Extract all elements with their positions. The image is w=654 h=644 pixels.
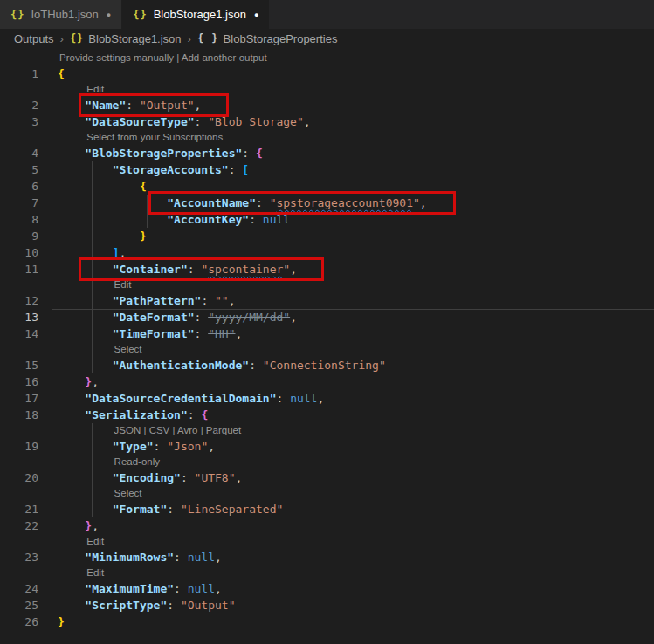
code-line-14[interactable]: 14 "TimeFormat": "HH",: [0, 325, 654, 342]
dirty-indicator-dot[interactable]: ●: [107, 10, 111, 19]
code-line-17[interactable]: 17 "DataSourceCredentialDomain": null,: [0, 390, 654, 407]
line-number: 7: [0, 195, 38, 211]
code-text: ],: [58, 244, 126, 261]
indent-guide: [92, 486, 93, 501]
line-number: 1: [0, 65, 38, 82]
breadcrumb-separator: ›: [60, 32, 64, 45]
indent-guide: [65, 455, 65, 469]
codelens-link[interactable]: JSON | CSV | Avro | Parquet: [114, 423, 242, 438]
code-line-13[interactable]: 13 "DateFormat": "yyyy/MM/dd",: [0, 309, 654, 325]
breadcrumb-separator: ›: [188, 32, 191, 45]
object-symbol-icon: { }: [197, 32, 219, 45]
code-text: "AuthenticationMode": "ConnectionString": [58, 357, 386, 373]
line-number: 21: [0, 501, 38, 517]
tab-iothub1-json[interactable]: {}IoTHub1.json●: [0, 0, 122, 29]
indent-guide: [65, 342, 65, 357]
code-line-6[interactable]: 6 {: [0, 178, 654, 195]
breadcrumb-item-blobstorage1.json[interactable]: {}BlobStorage1.json: [70, 32, 182, 45]
code-text: }: [58, 613, 65, 630]
codelens-link[interactable]: Edit: [86, 565, 104, 580]
indent-guide: [92, 277, 93, 292]
line-number: 17: [0, 390, 38, 407]
line-number: 10: [0, 244, 38, 261]
code-text: "Serialization": {: [58, 407, 208, 423]
codelens-link[interactable]: Read-only: [114, 455, 160, 469]
code-line-8[interactable]: 8 "AccountKey": null: [0, 211, 654, 228]
codelens-row: Read-only: [0, 455, 654, 469]
line-number: 18: [0, 407, 38, 423]
codelens-row: Edit: [0, 277, 654, 292]
codelens-row: Edit: [0, 565, 654, 580]
line-number: 15: [0, 357, 38, 373]
code-line-26[interactable]: 26}: [0, 613, 654, 630]
codelens-link[interactable]: Select from your Subscriptions: [86, 130, 223, 145]
tab-blobstorage1-json[interactable]: {}BlobStorage1.json●: [122, 0, 269, 29]
line-number: 20: [0, 469, 38, 486]
code-text: "Name": "Output",: [58, 97, 201, 113]
code-text: },: [58, 517, 99, 534]
line-number: 11: [0, 261, 38, 277]
code-line-1[interactable]: 1{: [0, 65, 654, 82]
line-number: 2: [0, 97, 38, 113]
indent-guide: [65, 534, 65, 549]
codelens-link[interactable]: Provide settings manually | Add another …: [59, 51, 267, 65]
code-line-11[interactable]: 11 "Container": "spcontainer",: [0, 261, 654, 277]
code-line-24[interactable]: 24 "MaximumTime": null,: [0, 580, 654, 597]
code-text: "AccountKey": null: [58, 211, 290, 228]
code-line-21[interactable]: 21 "Format": "LineSeparated": [0, 501, 654, 517]
codelens-row: Edit: [0, 82, 654, 97]
code-line-7[interactable]: 7 "AccountName": "spstorageaccount0901",: [0, 195, 654, 211]
codelens-link[interactable]: Select: [114, 342, 142, 357]
indent-guide: [65, 565, 65, 580]
line-number: 5: [0, 161, 38, 178]
breadcrumb-item-blobstorageproperties[interactable]: { }BlobStorageProperties: [197, 32, 338, 45]
codelens-row: Edit: [0, 534, 654, 549]
tab-label: BlobStorage1.json: [154, 8, 246, 21]
line-number: 23: [0, 549, 38, 565]
code-line-4[interactable]: 4 "BlobStorageProperties": {: [0, 145, 654, 161]
codelens-row: Select: [0, 486, 654, 501]
line-number: 22: [0, 517, 38, 534]
line-number: 9: [0, 228, 38, 244]
code-line-16[interactable]: 16 },: [0, 373, 654, 390]
spellcheck-squiggle-token: spstorageaccount0901: [276, 196, 413, 209]
indent-guide: [65, 130, 65, 145]
codelens-link[interactable]: Edit: [86, 534, 104, 549]
line-number: 12: [0, 292, 38, 309]
json-file-icon: {}: [10, 9, 24, 21]
codelens-row: JSON | CSV | Avro | Parquet: [0, 423, 654, 438]
code-text: "MaximumTime": null,: [58, 580, 222, 597]
code-text: {: [58, 65, 65, 82]
indent-guide: [65, 423, 65, 438]
code-line-2[interactable]: 2 "Name": "Output",: [0, 97, 654, 113]
code-text: "AccountName": "spstorageaccount0901",: [58, 195, 427, 211]
code-line-19[interactable]: 19 "Type": "Json",: [0, 438, 654, 455]
codelens-link[interactable]: Edit: [114, 277, 132, 292]
codelens-link[interactable]: Edit: [86, 82, 104, 97]
breadcrumb-item-outputs[interactable]: Outputs: [14, 32, 54, 45]
tab-label: IoTHub1.json: [31, 8, 98, 21]
code-line-12[interactable]: 12 "PathPattern": "",: [0, 292, 654, 309]
line-number: 24: [0, 580, 38, 597]
code-line-5[interactable]: 5 "StorageAccounts": [: [0, 161, 654, 178]
code-line-9[interactable]: 9 }: [0, 228, 654, 244]
line-number: 8: [0, 211, 38, 228]
code-line-15[interactable]: 15 "AuthenticationMode": "ConnectionStri…: [0, 357, 654, 373]
code-line-23[interactable]: 23 "MinimumRows": null,: [0, 549, 654, 565]
code-line-18[interactable]: 18 "Serialization": {: [0, 407, 654, 423]
code-text: "TimeFormat": "HH",: [58, 325, 242, 342]
code-text: }: [58, 228, 147, 244]
code-text: "StorageAccounts": [: [58, 161, 249, 178]
code-line-22[interactable]: 22 },: [0, 517, 654, 534]
json-file-icon: {}: [133, 9, 147, 21]
code-line-10[interactable]: 10 ],: [0, 244, 654, 261]
code-text: "ScriptType": "Output": [58, 597, 236, 613]
dirty-indicator-dot[interactable]: ●: [254, 10, 258, 19]
code-text: "Type": "Json",: [58, 438, 215, 455]
line-number: 26: [0, 613, 38, 630]
codelens-link[interactable]: Select: [114, 486, 142, 501]
code-line-25[interactable]: 25 "ScriptType": "Output": [0, 597, 654, 613]
code-line-20[interactable]: 20 "Encoding": "UTF8",: [0, 469, 654, 486]
code-text: "Encoding": "UTF8",: [58, 469, 242, 486]
code-line-3[interactable]: 3 "DataSourceType": "Blob Storage",: [0, 113, 654, 130]
